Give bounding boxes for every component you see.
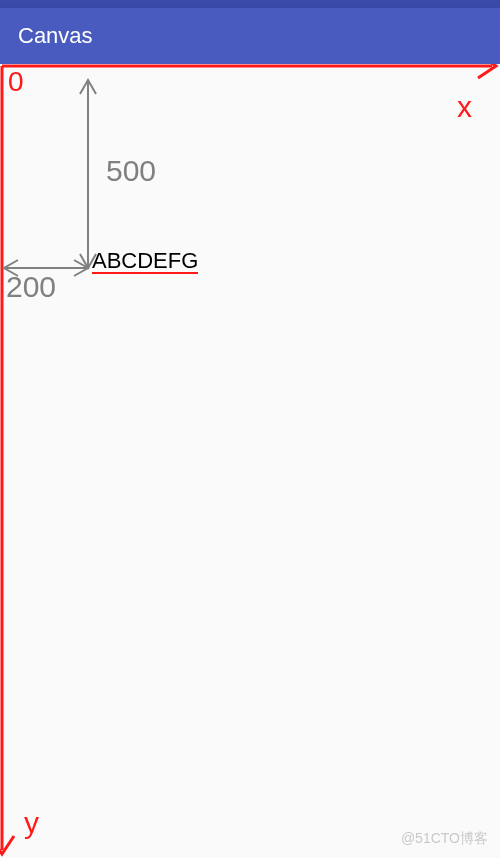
canvas-area: 0 x y 500 200 ABCDEFG @51CTO博客 bbox=[0, 64, 500, 858]
horizontal-dimension-value: 200 bbox=[6, 270, 56, 304]
origin-label: 0 bbox=[8, 66, 24, 98]
axes-svg bbox=[0, 64, 500, 858]
app-bar: Canvas bbox=[0, 8, 500, 64]
canvas-drawn-text: ABCDEFG bbox=[92, 250, 198, 274]
app-title: Canvas bbox=[18, 23, 93, 49]
status-bar bbox=[0, 0, 500, 8]
vertical-dimension-value: 500 bbox=[106, 154, 156, 188]
x-axis-label: x bbox=[457, 90, 472, 124]
watermark: @51CTO博客 bbox=[401, 830, 488, 848]
y-axis-label: y bbox=[24, 806, 39, 840]
